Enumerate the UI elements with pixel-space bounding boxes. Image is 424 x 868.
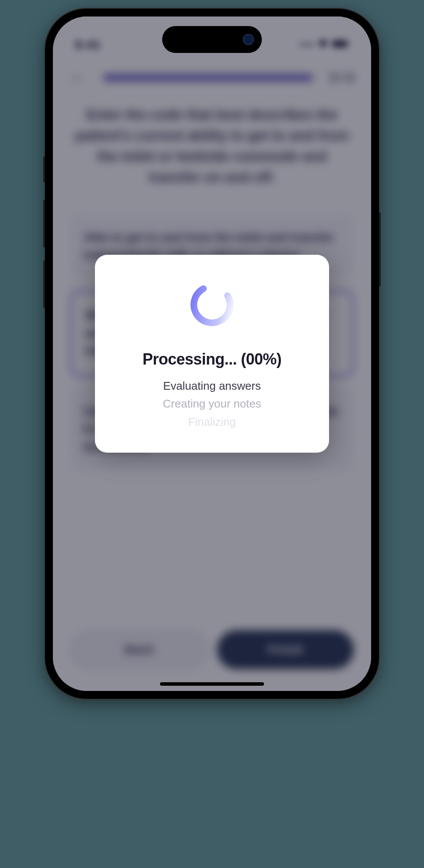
spinner-icon bbox=[188, 281, 236, 329]
home-indicator[interactable] bbox=[160, 682, 264, 686]
processing-modal: Processing... (00%) Evaluating answers C… bbox=[95, 255, 329, 453]
svg-point-2 bbox=[188, 281, 236, 329]
modal-overlay: Processing... (00%) Evaluating answers C… bbox=[53, 16, 371, 691]
phone-volume-down bbox=[43, 260, 45, 308]
phone-power-button bbox=[379, 213, 381, 286]
step-2: Creating your notes bbox=[163, 395, 261, 413]
dynamic-island bbox=[162, 26, 262, 53]
step-1: Evaluating answers bbox=[163, 377, 261, 395]
modal-title: Processing... (00%) bbox=[143, 350, 282, 368]
step-3: Finalizing bbox=[188, 413, 236, 431]
phone-mute-switch bbox=[43, 156, 45, 182]
phone-volume-up bbox=[43, 200, 45, 247]
phone-frame: 9:41 •••• ← 5 / 5 Enter the code that be… bbox=[45, 9, 379, 699]
screen: 9:41 •••• ← 5 / 5 Enter the code that be… bbox=[53, 16, 371, 691]
front-camera-icon bbox=[243, 34, 254, 45]
